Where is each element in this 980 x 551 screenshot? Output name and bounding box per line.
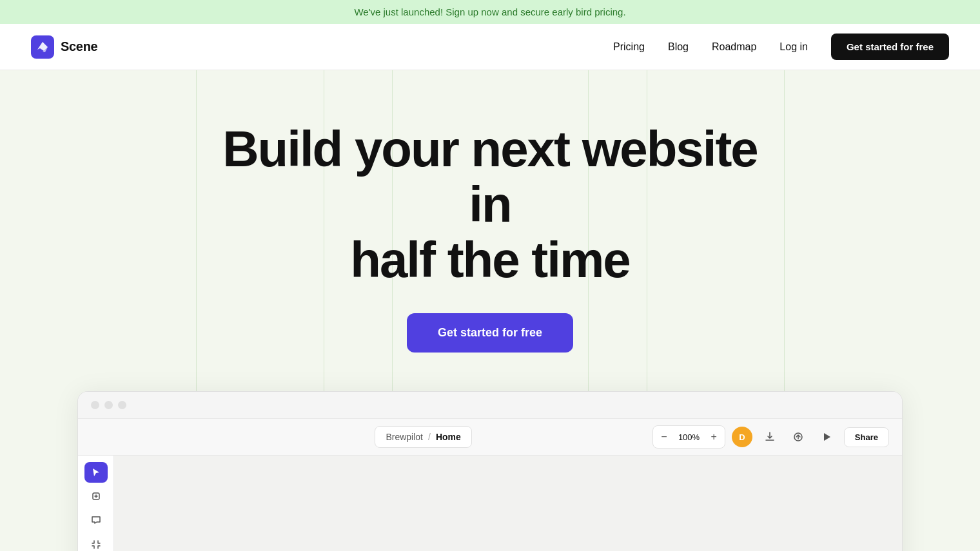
- navbar: Scene Pricing Blog Roadmap Log in Get st…: [0, 24, 980, 70]
- breadcrumb-separator: /: [428, 432, 431, 442]
- app-toolbar: Brewpilot / Home − 100% + D: [78, 419, 902, 456]
- zoom-value: 100%: [675, 432, 703, 442]
- download-button[interactable]: [759, 427, 781, 447]
- hero-title-line2: half the time: [350, 231, 629, 288]
- download-icon: [764, 431, 776, 443]
- upload-icon: [792, 431, 804, 443]
- logo-link[interactable]: Scene: [31, 35, 97, 59]
- announcement-banner: We've just launched! Sign up now and sec…: [0, 0, 980, 24]
- navbar-links: Pricing Blog Roadmap Log in Get started …: [613, 34, 949, 60]
- play-icon: [821, 431, 832, 443]
- add-icon: [91, 491, 101, 501]
- logo-text: Scene: [61, 39, 97, 54]
- breadcrumb-project: Brewpilot: [386, 432, 423, 442]
- window-dot-minimize: [104, 401, 113, 409]
- upload-button[interactable]: [787, 427, 809, 447]
- announcement-text: We've just launched! Sign up now and sec…: [354, 6, 625, 17]
- hero-title-line1: Build your next website in: [222, 121, 757, 233]
- window-chrome: [78, 392, 902, 419]
- window-dot-maximize: [118, 401, 126, 409]
- nav-login[interactable]: Log in: [779, 41, 808, 53]
- zoom-control: − 100% +: [652, 425, 725, 449]
- share-button[interactable]: Share: [844, 427, 889, 447]
- breadcrumb-page: Home: [436, 432, 461, 442]
- app-body: [78, 456, 902, 551]
- sidebar-icon-add[interactable]: [84, 487, 108, 507]
- breadcrumb: Brewpilot / Home: [375, 426, 471, 448]
- user-initials: D: [739, 432, 745, 442]
- sidebar-icon-cursor[interactable]: [84, 462, 108, 482]
- frame-icon: [91, 539, 101, 550]
- play-button[interactable]: [816, 427, 838, 447]
- toolbar-controls: − 100% + D: [652, 425, 889, 449]
- window-dot-close: [91, 401, 99, 409]
- nav-blog[interactable]: Blog: [668, 41, 689, 53]
- svg-marker-1: [824, 433, 830, 441]
- app-canvas: [114, 456, 902, 551]
- nav-roadmap[interactable]: Roadmap: [712, 41, 756, 53]
- user-avatar[interactable]: D: [732, 427, 752, 447]
- comment-icon: [91, 515, 101, 525]
- app-preview-mockup: Brewpilot / Home − 100% + D: [77, 391, 903, 551]
- zoom-in-button[interactable]: +: [703, 426, 725, 448]
- sidebar-icon-frame[interactable]: [84, 534, 108, 551]
- zoom-out-button[interactable]: −: [653, 426, 674, 448]
- navbar-cta-button[interactable]: Get started for free: [831, 34, 949, 60]
- cursor-icon: [91, 467, 101, 478]
- app-sidebar: [78, 456, 114, 551]
- hero-cta-button[interactable]: Get started for free: [407, 313, 573, 353]
- logo-icon: [31, 35, 54, 59]
- sidebar-icon-comment[interactable]: [84, 510, 108, 530]
- hero-title: Build your next website in half the time: [200, 122, 780, 287]
- nav-pricing[interactable]: Pricing: [613, 41, 645, 53]
- hero-section: Build your next website in half the time…: [0, 70, 980, 551]
